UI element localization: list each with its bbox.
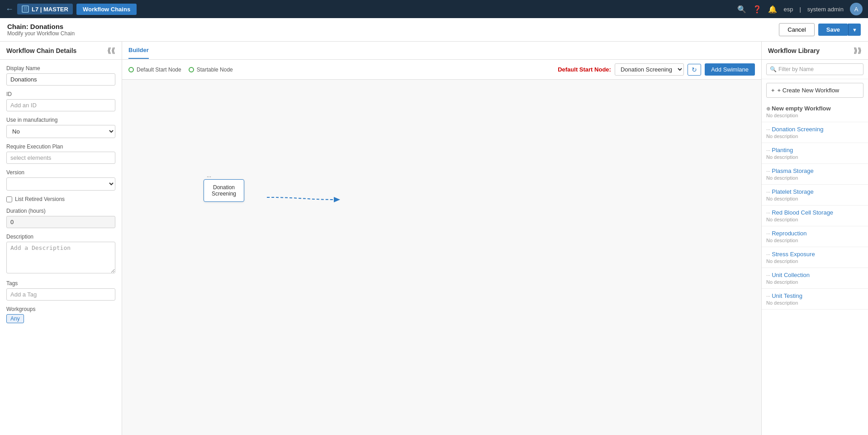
- back-button[interactable]: ←: [5, 5, 14, 14]
- default-start-select[interactable]: Donation Screening: [615, 63, 684, 76]
- chain-info: Chain: Donations Modify your Workflow Ch…: [7, 23, 75, 37]
- version-select[interactable]: [6, 177, 115, 191]
- left-panel-collapse-button[interactable]: ⟪⟪: [107, 46, 115, 55]
- save-button[interactable]: Save: [818, 24, 848, 36]
- donation-screening-node[interactable]: ··· DonationScreening: [204, 179, 244, 202]
- list-item[interactable]: ··· Unit TestingNo description: [762, 289, 868, 310]
- cancel-button[interactable]: Cancel: [779, 23, 814, 36]
- list-retired-checkbox[interactable]: [6, 196, 12, 202]
- right-panel-header: Workflow Library ⟫⟫: [762, 42, 868, 60]
- app-logo: ☷ L7 | MASTER: [17, 4, 73, 14]
- notifications-button[interactable]: 🔔: [768, 5, 777, 14]
- workflow-item-desc: No description: [766, 113, 863, 118]
- builder-canvas[interactable]: ··· DonationScreening: [122, 80, 761, 435]
- builder-toolbar: Default Start Node Startable Node Defaul…: [122, 60, 761, 80]
- builder-tab[interactable]: Builder: [128, 42, 149, 59]
- refresh-button[interactable]: ↻: [688, 64, 701, 76]
- list-retired-label: List Retired Versions: [15, 196, 65, 202]
- left-panel-header: Workflow Chain Details ⟪⟪: [0, 42, 122, 60]
- workflow-item-desc: No description: [766, 238, 863, 243]
- use-in-manufacturing-label: Use in manufacturing: [6, 117, 115, 123]
- workflow-item-icon: ···: [766, 148, 772, 153]
- create-workflow-button[interactable]: + + Create New Workflow: [766, 83, 863, 98]
- version-label: Version: [6, 169, 115, 176]
- workflow-item-name: ··· Red Blood Cell Storage: [766, 209, 863, 216]
- left-panel-title: Workflow Chain Details: [6, 47, 76, 54]
- list-item[interactable]: ··· Platelet StorageNo description: [762, 185, 868, 206]
- workflow-chains-breadcrumb[interactable]: Workflow Chains: [76, 4, 137, 15]
- use-in-manufacturing-select[interactable]: No Yes: [6, 125, 115, 138]
- list-item[interactable]: ··· ReproductionNo description: [762, 226, 868, 247]
- logo-icon: ☷: [22, 5, 29, 13]
- display-name-input[interactable]: [6, 73, 115, 86]
- workgroups-field: Workgroups Any: [6, 306, 115, 323]
- tags-field: Tags: [6, 280, 115, 301]
- user-lang: esp: [783, 6, 793, 13]
- list-item[interactable]: ··· PlantingNo description: [762, 143, 868, 164]
- app-name: L7 | MASTER: [32, 6, 68, 13]
- id-label: ID: [6, 91, 115, 97]
- chain-subtitle: Modify your Workflow Chain: [7, 30, 75, 37]
- list-item[interactable]: ··· Donation ScreeningNo description: [762, 122, 868, 143]
- help-button[interactable]: ❓: [753, 5, 762, 14]
- workflow-item-icon: ···: [766, 293, 772, 299]
- workflow-item-desc: No description: [766, 154, 863, 160]
- search-wrap: 🔍: [766, 63, 863, 75]
- workflow-item-icon: ···: [766, 127, 772, 132]
- startable-dot: [189, 67, 194, 72]
- workflow-item-name: ··· Donation Screening: [766, 126, 863, 133]
- workflow-item-name: ··· Plasma Storage: [766, 167, 863, 174]
- display-name-field: Display Name: [6, 65, 115, 86]
- chain-title: Chain: Donations: [7, 23, 75, 30]
- left-panel-body: Display Name ID Use in manufacturing No …: [0, 60, 122, 435]
- workflow-item-icon: ···: [766, 272, 772, 278]
- workflow-item-name: ··· Unit Collection: [766, 272, 863, 278]
- left-panel: Workflow Chain Details ⟪⟪ Display Name I…: [0, 42, 122, 435]
- list-item[interactable]: ··· Stress ExposureNo description: [762, 247, 868, 268]
- right-panel-collapse-button[interactable]: ⟫⟫: [854, 46, 862, 55]
- workflow-item-icon: ···: [766, 210, 772, 215]
- workflow-item-desc: No description: [766, 175, 863, 181]
- workflow-item-desc: No description: [766, 217, 863, 222]
- node-menu-icon[interactable]: ···: [207, 173, 211, 180]
- id-field: ID: [6, 91, 115, 111]
- default-start-dot: [128, 67, 134, 72]
- duration-field: Duration (hours): [6, 208, 115, 228]
- list-item[interactable]: ··· Red Blood Cell StorageNo description: [762, 206, 868, 226]
- workflow-item-name: ··· Reproduction: [766, 230, 863, 237]
- create-workflow-label: + Create New Workflow: [778, 87, 840, 94]
- workflow-item-desc: No description: [766, 258, 863, 264]
- workflow-item-name: ··· Platelet Storage: [766, 188, 863, 195]
- list-item[interactable]: ··· Unit CollectionNo description: [762, 268, 868, 289]
- save-dropdown-button[interactable]: ▼: [848, 24, 861, 36]
- add-swimlane-button[interactable]: Add Swimlane: [705, 63, 755, 76]
- workflow-item-desc: No description: [766, 134, 863, 139]
- list-retired-field: List Retired Versions: [6, 196, 115, 202]
- save-group: Save ▼: [818, 24, 861, 36]
- nav-right: 🔍 ❓ 🔔 esp | system admin A: [737, 3, 863, 15]
- workflow-item-name: ⊕ New empty Workflow: [766, 105, 863, 112]
- id-input[interactable]: [6, 99, 115, 111]
- search-input[interactable]: [766, 63, 863, 75]
- list-item[interactable]: ⊕ New empty WorkflowNo description: [762, 101, 868, 122]
- workflow-item-icon: ···: [766, 231, 772, 236]
- workflow-item-icon: ···: [766, 252, 772, 257]
- description-label: Description: [6, 234, 115, 240]
- right-panel: Workflow Library ⟫⟫ 🔍 + + Create New Wor…: [762, 42, 868, 435]
- search-button[interactable]: 🔍: [737, 5, 746, 14]
- require-execution-field: Require Execution Plan: [6, 143, 115, 164]
- startable-node-legend: Startable Node: [189, 67, 233, 73]
- workgroups-any-badge[interactable]: Any: [6, 314, 24, 323]
- description-input[interactable]: [6, 242, 115, 273]
- tags-input[interactable]: [6, 288, 115, 301]
- default-start-node-control: Default Start Node: Donation Screening ↻…: [558, 63, 755, 76]
- right-panel-title: Workflow Library: [768, 47, 820, 54]
- require-execution-input[interactable]: [6, 152, 115, 164]
- workflow-item-icon: ⊕: [766, 106, 772, 111]
- list-item[interactable]: ··· Plasma StorageNo description: [762, 164, 868, 185]
- main-layout: Workflow Chain Details ⟪⟪ Display Name I…: [0, 42, 868, 435]
- use-in-manufacturing-field: Use in manufacturing No Yes: [6, 117, 115, 138]
- avatar: A: [850, 3, 863, 15]
- default-start-node-legend: Default Start Node: [128, 67, 181, 73]
- duration-input[interactable]: [6, 216, 115, 228]
